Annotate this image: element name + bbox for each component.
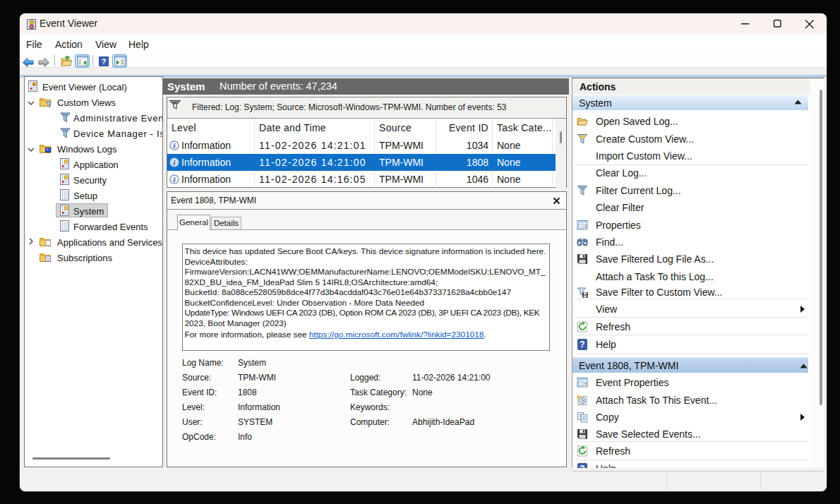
svg-text:?: ? [580, 340, 584, 349]
svg-text:i: i [174, 142, 176, 150]
svg-text:i: i [174, 176, 176, 184]
svg-text:i: i [174, 159, 176, 167]
svg-text:?: ? [102, 57, 107, 66]
